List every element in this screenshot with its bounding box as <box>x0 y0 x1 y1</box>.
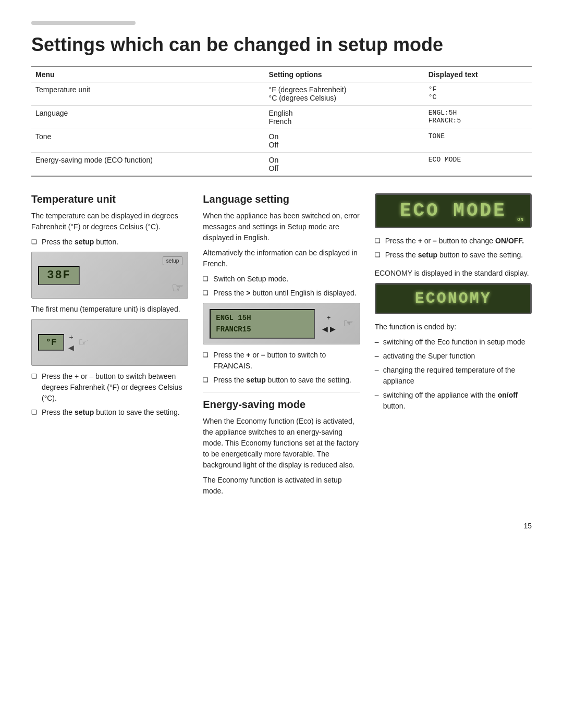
dash-list-item: switching off the appliance with the on/… <box>375 390 532 412</box>
economy-text: ECONOMY <box>415 290 492 307</box>
table-row-menu: Language <box>31 106 265 129</box>
plus-arrow-icon: + <box>69 333 73 341</box>
table-header-display: Displayed text <box>424 67 532 82</box>
dash-list-item: activating the Super function <box>375 351 532 362</box>
language-energy-section: Language setting When the appliance has … <box>203 193 360 501</box>
language-body1: When the appliance has been switched on,… <box>203 211 360 243</box>
table-row-display: TONE <box>424 129 532 153</box>
page-number: 15 <box>523 522 532 530</box>
table-header-options: Setting options <box>265 67 424 82</box>
function-ended-list: switching off the Eco function in setup … <box>375 337 532 415</box>
lang-screen: ENGL 15HFRANCR15 <box>210 309 314 339</box>
energy-body1: When the Economy function (Eco) is activ… <box>203 416 360 471</box>
eco-mode-text: ECO MODE <box>400 200 507 221</box>
eco-bullet2: Press the setup button to save the setti… <box>375 250 532 261</box>
finger2-icon: ☞ <box>78 336 89 349</box>
temp-screen-1: 38F <box>38 266 80 285</box>
dash-list-item: switching off the Eco function in setup … <box>375 337 532 348</box>
settings-table: Menu Setting options Displayed text Temp… <box>31 66 532 177</box>
temp-bullet3: Press the setup button to save the setti… <box>31 407 188 418</box>
divider <box>203 392 360 392</box>
nav-arrows: ◀▶ <box>322 325 336 333</box>
temp-unit-body2: The first menu (temperature unit) is dis… <box>31 304 188 315</box>
table-row-menu: Energy-saving mode (ECO function) <box>31 153 265 177</box>
temp-unit-heading: Temperature unit <box>31 193 188 205</box>
energy-body2: The Economy function is activated in set… <box>203 475 360 497</box>
main-content: Temperature unit The temperature can be … <box>31 193 532 501</box>
table-header-menu: Menu <box>31 67 265 82</box>
language-body2: Alternatively the information can be dis… <box>203 248 360 269</box>
language-heading: Language setting <box>203 193 360 205</box>
lang-bullet2: Press the > button until English is disp… <box>203 288 360 299</box>
table-row-options: °F (degrees Fahrenheit) °C (degrees Cels… <box>265 82 424 106</box>
left-arrow-icon: ◀ <box>68 343 74 352</box>
eco-on-badge: ON <box>517 217 524 223</box>
temp-bullet2: Press the + or – button to switch betwee… <box>31 371 188 404</box>
eco-mode-display: ECO MODE ON <box>375 193 532 228</box>
lang-bullet3: Press the + or – button to switch to FRA… <box>203 350 360 372</box>
economy-display-label: ECONOMY is displayed in the standard dis… <box>375 268 532 279</box>
temp-screen-2: °F <box>38 334 64 351</box>
page-title: Settings which can be changed in setup m… <box>31 33 532 56</box>
table-row-options: On Off <box>265 153 424 177</box>
table-row-options: English French <box>265 106 424 129</box>
temp-display-2: °F + ◀ ☞ <box>31 319 188 366</box>
temperature-unit-section: Temperature unit The temperature can be … <box>31 193 188 422</box>
table-row-menu: Tone <box>31 129 265 153</box>
finger-icon: ☞ <box>172 280 183 296</box>
table-row-menu: Temperature unit <box>31 82 265 106</box>
eco-section: ECO MODE ON Press the + or – button to c… <box>375 193 532 419</box>
finger3-icon: ☞ <box>343 317 353 330</box>
temp-unit-body1: The temperature can be displayed in degr… <box>31 211 188 232</box>
table-row-display: °F °C <box>424 82 532 106</box>
plus-icon: + <box>327 314 331 322</box>
table-row-display: ECO MODE <box>424 153 532 177</box>
lang-bullet4: Press the setup button to save the setti… <box>203 375 360 386</box>
eco-bullet1: Press the + or – button to change ON/OFF… <box>375 236 532 246</box>
temp-bullet1: Press the setup button. <box>31 237 188 248</box>
lang-display: ENGL 15HFRANCR15 + ◀▶ ☞ <box>203 303 360 344</box>
temp-display-1: 38F setup ☞ <box>31 252 188 299</box>
table-row-options: On Off <box>265 129 424 153</box>
economy-display: ECONOMY <box>375 283 532 314</box>
energy-heading: Energy-saving mode <box>203 399 360 411</box>
scroll-indicator <box>31 21 136 25</box>
lang-bullet1: Switch on Setup mode. <box>203 274 360 285</box>
setup-button-label: setup <box>163 256 182 265</box>
function-ended-label: The function is ended by: <box>375 322 532 332</box>
dash-list-item: changing the required temperature of the… <box>375 365 532 387</box>
table-row-display: ENGL:5H FRANCR:5 <box>424 106 532 129</box>
